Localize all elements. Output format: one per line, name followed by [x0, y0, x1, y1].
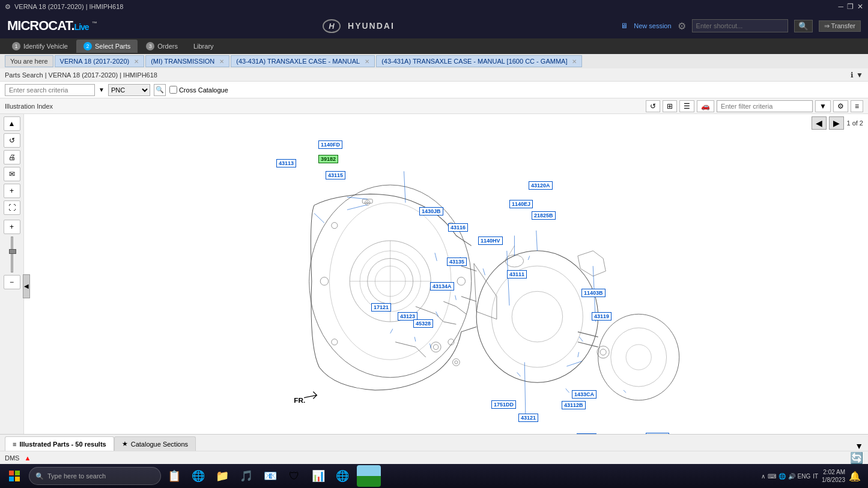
breadcrumb-bar: You are here VERNA 18 (2017-2020) ✕ (MI)… — [0, 54, 868, 68]
tab-library[interactable]: Library — [186, 40, 221, 53]
svg-line-57 — [517, 372, 521, 376]
svg-line-58 — [566, 388, 569, 393]
zoom-out-btn[interactable]: − — [4, 275, 20, 289]
svg-rect-61 — [15, 471, 20, 475]
sidebar-plus-btn[interactable]: + — [4, 184, 20, 198]
explorer-button[interactable]: 📁 — [211, 465, 233, 487]
svg-point-19 — [626, 345, 651, 370]
wallpaper-thumbnail — [357, 465, 381, 487]
breadcrumb-transaxle-gamma-close[interactable]: ✕ — [572, 58, 577, 65]
start-button[interactable] — [2, 465, 26, 487]
svg-point-16 — [512, 291, 562, 342]
volume-icon[interactable]: 🔊 — [788, 473, 795, 480]
window-controls[interactable]: ─ ❐ ✕ — [838, 2, 863, 11]
taskview-button[interactable]: 📋 — [163, 465, 185, 487]
tab-num-3: 3 — [146, 42, 154, 50]
search-button[interactable]: 🔍 — [154, 84, 166, 96]
part-label-43140[interactable]: 43140 — [577, 433, 596, 434]
parts-search-label: Parts Search | VERNA 18 (2017-2020) | IH… — [5, 71, 157, 79]
parts-search-info-icon[interactable]: ℹ — [851, 71, 854, 79]
next-page-btn[interactable]: ▶ — [829, 116, 844, 130]
logo-live: Live — [74, 22, 89, 32]
restore-button[interactable]: ❐ — [847, 2, 854, 11]
tray-up-arrow[interactable]: ∧ — [761, 473, 765, 480]
page-indicator: 1 of 2 — [846, 119, 863, 127]
keyboard-icon[interactable]: ⌨ — [768, 473, 776, 480]
prev-page-btn[interactable]: ◀ — [812, 116, 827, 130]
parts-search-expand-icon[interactable]: ▼ — [856, 71, 863, 79]
breadcrumb-transmission[interactable]: (MI) TRANSMISSION ✕ — [145, 55, 229, 67]
transfer-button[interactable]: ⇒ Transfer — [819, 20, 861, 32]
parts-search-bar: Parts Search | VERNA 18 (2017-2020) | IH… — [0, 68, 868, 82]
car-view-button[interactable]: 🚗 — [697, 100, 714, 112]
edge-button[interactable]: 🌐 — [187, 465, 209, 487]
tab-orders[interactable]: 3 Orders — [139, 40, 185, 53]
breadcrumb-vehicle[interactable]: VERNA 18 (2017-2020) ✕ — [55, 55, 145, 67]
filter-settings-btn[interactable]: ⚙ — [833, 100, 848, 112]
excel-button[interactable]: 📊 — [308, 465, 329, 487]
svg-point-13 — [457, 277, 466, 286]
sidebar-up-btn[interactable]: ▲ — [4, 116, 20, 131]
security-button[interactable]: 🛡 — [284, 465, 305, 487]
shortcut-input[interactable] — [692, 19, 788, 32]
collapse-sidebar-button[interactable]: ◀ — [23, 274, 30, 298]
edge-icon: 🌐 — [192, 469, 205, 483]
svg-point-18 — [611, 328, 667, 387]
search-input[interactable] — [5, 84, 95, 96]
tab-select-parts[interactable]: 2 Select Parts — [76, 40, 138, 53]
brand-name: HYUNDAI — [348, 21, 395, 31]
breadcrumb-transmission-close[interactable]: ✕ — [219, 58, 224, 65]
shortcut-search-btn[interactable]: 🔍 — [794, 20, 813, 32]
nav-arrows: ◀ ▶ 1 of 2 — [812, 116, 863, 130]
minimize-button[interactable]: ─ — [838, 2, 843, 11]
breadcrumb-transaxle[interactable]: (43-431A) TRANSAXLE CASE - MANUAL ✕ — [231, 55, 375, 67]
svg-point-28 — [505, 255, 523, 267]
zoom-in-btn[interactable]: + — [4, 220, 20, 234]
taskbar-search-bar[interactable]: 🔍 Type here to search — [29, 467, 161, 485]
bottom-collapse-btn[interactable]: ▼ — [855, 441, 863, 451]
svg-point-32 — [433, 345, 438, 349]
network-icon[interactable]: 🌐 — [778, 473, 786, 480]
tab-identify-vehicle[interactable]: 1 Identify Vehicle — [5, 40, 75, 53]
filter-dropdown-btn[interactable]: ▼ — [815, 100, 831, 112]
svg-line-54 — [578, 352, 579, 357]
system-clock[interactable]: 2:02 AM 1/8/2023 — [822, 468, 845, 484]
notification-button[interactable]: 🔔 — [849, 471, 861, 482]
breadcrumb-transaxle-gamma[interactable]: (43-431A) TRANSAXLE CASE - MANUAL [1600 … — [376, 55, 582, 67]
tab-catalogue-sections[interactable]: ★ Catalogue Sections — [114, 436, 196, 451]
filter-input[interactable] — [717, 100, 813, 112]
filter-menu-btn[interactable]: ≡ — [851, 100, 863, 112]
close-button[interactable]: ✕ — [857, 2, 863, 11]
header: MICROCAT.Live ™ H HYUNDAI 🖥 New session … — [0, 13, 868, 38]
new-session-link[interactable]: New session — [634, 22, 671, 29]
header-right: 🖥 New session ⚙ 🔍 ⇒ Transfer — [621, 19, 861, 32]
system-tray: ∧ ⌨ 🌐 🔊 ENG IT — [761, 473, 819, 480]
refresh-button[interactable]: ↺ — [646, 100, 660, 112]
breadcrumb-vehicle-close[interactable]: ✕ — [134, 58, 139, 65]
mail-button[interactable]: 📧 — [259, 465, 281, 487]
svg-line-56 — [524, 363, 526, 418]
sidebar-fullscreen-btn[interactable]: ⛶ — [4, 200, 20, 215]
sidebar-refresh-btn[interactable]: ↺ — [4, 133, 20, 148]
list-view-button[interactable]: ☰ — [679, 100, 694, 112]
cross-catalogue-checkbox[interactable] — [169, 86, 177, 94]
search-dropdown-arrow[interactable]: ▼ — [99, 86, 105, 93]
zoom-handle[interactable] — [9, 249, 16, 254]
lang-label[interactable]: ENG — [798, 473, 811, 480]
parts-illustration: FR. — [24, 114, 868, 418]
svg-line-59 — [624, 390, 626, 393]
sidebar-email-btn[interactable]: ✉ — [4, 167, 20, 181]
search-type-dropdown[interactable]: PNC Name OEM — [108, 84, 150, 96]
tab-label-orders: Orders — [157, 43, 178, 50]
part-label-1140fj[interactable]: 1140FJ — [646, 433, 669, 434]
settings-icon[interactable]: ⚙ — [678, 20, 686, 32]
browser-button[interactable]: 🌐 — [332, 465, 353, 487]
tab-illustrated-parts[interactable]: ≡ Illustrated Parts - 50 results — [5, 436, 114, 451]
breadcrumb-transaxle-close[interactable]: ✕ — [365, 58, 369, 65]
grid-view-button[interactable]: ⊞ — [663, 100, 677, 112]
media-button[interactable]: 🎵 — [235, 465, 257, 487]
svg-line-39 — [404, 171, 405, 202]
lang2-label[interactable]: IT — [813, 473, 818, 480]
cross-catalogue-label[interactable]: Cross Catalogue — [169, 86, 228, 94]
sidebar-print-btn[interactable]: 🖨 — [4, 150, 20, 164]
